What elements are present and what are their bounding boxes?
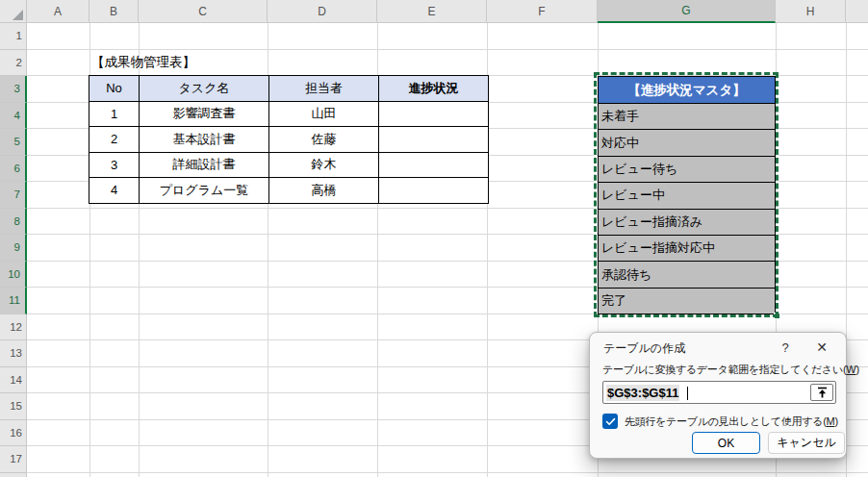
header-cell-no[interactable]: No (89, 76, 140, 102)
row-header-4[interactable]: 4 (0, 103, 27, 130)
ok-button[interactable]: OK (692, 432, 760, 454)
table-row: 3 詳細設計書 鈴木 (89, 152, 489, 178)
task-table-header-row: No タスク名 担当者 進捗状況 (89, 76, 489, 102)
column-header-c[interactable]: C (139, 0, 268, 23)
row-header-11[interactable]: 11 (0, 288, 27, 314)
row-header-6[interactable]: 6 (0, 156, 27, 183)
row-header-14[interactable]: 14 (0, 367, 27, 394)
cell-owner[interactable]: 佐藤 (269, 127, 379, 153)
row-header-12[interactable]: 12 (0, 314, 27, 341)
table-row: 2 基本設計書 佐藤 (89, 127, 489, 153)
row-header-17[interactable]: 17 (0, 446, 27, 473)
cell-task[interactable]: 詳細設計書 (140, 152, 269, 178)
row-header-8[interactable]: 8 (0, 209, 27, 236)
cell-status[interactable] (379, 101, 489, 127)
row-header-13[interactable]: 13 (0, 340, 27, 367)
select-all-corner[interactable] (0, 0, 27, 23)
close-icon[interactable]: ✕ (809, 337, 834, 358)
column-header-strip: A B C D E F G H (0, 0, 868, 23)
status-master-list: 【進捗状況マスタ】 未着手 対応中 レビュー待ち レビュー中 レビュー指摘済み … (598, 76, 776, 314)
column-header-b[interactable]: B (89, 0, 139, 23)
list-item[interactable]: レビュー指摘対応中 (599, 235, 775, 261)
cell-status[interactable] (379, 152, 489, 178)
column-header-g-selected[interactable]: G (598, 0, 776, 23)
header-cell-task[interactable]: タスク名 (140, 76, 269, 102)
list-item[interactable]: レビュー中 (599, 182, 775, 208)
column-header-f[interactable]: F (487, 0, 598, 23)
cell-no[interactable]: 1 (89, 101, 140, 127)
cell-task[interactable]: プログラム一覧 (140, 178, 269, 204)
header-row-checkbox[interactable] (602, 414, 618, 429)
table-row: 1 影響調査書 山田 (89, 101, 489, 127)
cell-no[interactable]: 2 (89, 127, 140, 153)
cell-status[interactable] (379, 127, 489, 153)
column-header-a[interactable]: A (27, 0, 89, 23)
header-row-checkbox-row: 先頭行をテーブルの見出しとして使用する(M) (602, 414, 838, 429)
cell-owner[interactable]: 鈴木 (269, 152, 379, 178)
range-input[interactable]: $G$3:$G$11 (602, 381, 836, 404)
cancel-button[interactable]: キャンセル (768, 432, 845, 454)
cell-no[interactable]: 4 (89, 178, 140, 204)
list-item[interactable]: 未着手 (599, 103, 775, 129)
select-all-triangle-icon (13, 10, 23, 20)
list-item[interactable]: レビュー待ち (599, 156, 775, 182)
row-header-9[interactable]: 9 (0, 235, 27, 262)
column-header-partial[interactable] (846, 0, 868, 23)
help-button[interactable]: ? (773, 337, 798, 358)
list-item[interactable]: レビュー指摘済み (599, 209, 775, 235)
row-header-18[interactable]: 18 (0, 473, 27, 477)
header-cell-owner[interactable]: 担当者 (269, 76, 379, 102)
cell-task[interactable]: 基本設計書 (140, 127, 269, 153)
cell-owner[interactable]: 高橋 (269, 178, 379, 204)
collapse-up-arrow-icon (816, 387, 829, 399)
create-table-dialog: テーブルの作成 ? ✕ テーブルに変換するデータ範囲を指定してください(W) $… (589, 332, 847, 459)
table-row: 4 プログラム一覧 高橋 (89, 178, 489, 204)
list-item[interactable]: 対応中 (599, 129, 775, 155)
text-caret (687, 387, 688, 400)
cell-no[interactable]: 3 (89, 152, 140, 178)
column-header-d[interactable]: D (268, 0, 377, 23)
row-header-16[interactable]: 16 (0, 420, 27, 447)
row-header-7[interactable]: 7 (0, 182, 27, 209)
row-header-strip: 1 2 3 4 5 6 7 8 9 10 11 12 13 14 15 16 1… (0, 23, 27, 477)
list-item[interactable]: 完了 (599, 288, 775, 314)
column-header-h[interactable]: H (776, 0, 846, 23)
spreadsheet: A B C D E F G H 1 2 3 4 5 6 7 8 9 10 11 … (0, 0, 868, 477)
collapse-dialog-button[interactable] (810, 384, 833, 401)
row-header-15[interactable]: 15 (0, 393, 27, 420)
cell-task[interactable]: 影響調査書 (140, 101, 269, 127)
row-header-10[interactable]: 10 (0, 262, 27, 289)
cell-status[interactable] (379, 178, 489, 204)
dialog-title: テーブルの作成 (603, 340, 685, 357)
row-header-5[interactable]: 5 (0, 129, 27, 156)
checkbox-label[interactable]: 先頭行をテーブルの見出しとして使用する(M) (625, 414, 838, 429)
range-value: $G$3:$G$11 (607, 386, 678, 400)
row-header-1[interactable]: 1 (0, 23, 27, 50)
status-master-header-cell[interactable]: 【進捗状況マスタ】 (599, 77, 775, 103)
header-cell-status[interactable]: 進捗状況 (379, 76, 489, 102)
sheet-title-cell[interactable]: 【成果物管理表】 (91, 49, 195, 75)
row-header-2[interactable]: 2 (0, 50, 27, 77)
row-header-3[interactable]: 3 (0, 76, 27, 103)
task-table: No タスク名 担当者 進捗状況 1 影響調査書 山田 2 基本設計書 佐藤 3… (89, 75, 489, 204)
checkmark-icon (605, 416, 616, 427)
column-header-e[interactable]: E (377, 0, 487, 23)
range-label: テーブルに変換するデータ範囲を指定してください(W) (602, 363, 859, 377)
cell-owner[interactable]: 山田 (269, 101, 379, 127)
list-item[interactable]: 承認待ち (599, 261, 775, 287)
